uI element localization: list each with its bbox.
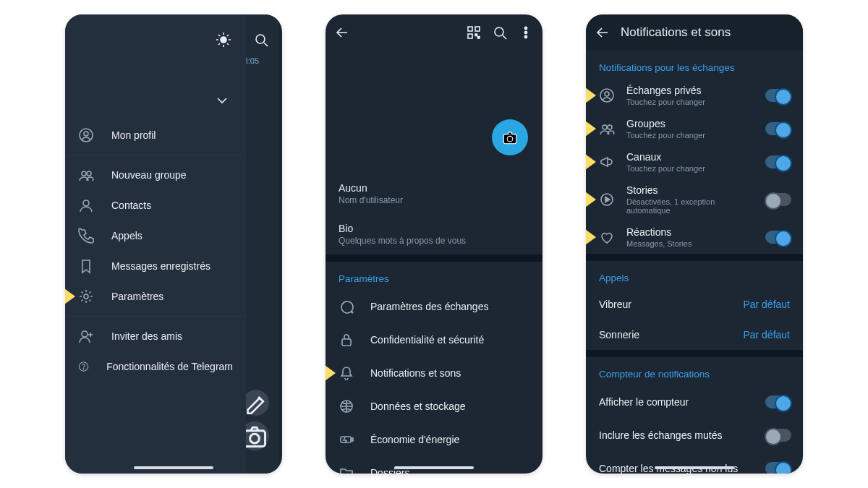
setting-privacy[interactable]: Confidentialité et sécurité	[326, 323, 542, 356]
counter-include-muted[interactable]: Inclure les échanges mutés	[586, 419, 803, 452]
bell-icon	[339, 365, 354, 381]
folder-icon	[339, 465, 354, 474]
calls-ringtone[interactable]: SonneriePar défaut	[586, 320, 803, 350]
back-icon[interactable]	[334, 25, 350, 40]
callout-arrow-icon	[586, 84, 597, 107]
battery-icon	[339, 432, 354, 448]
user-circle-icon	[78, 127, 94, 143]
section-chat-notifications: Notifications pour les échanges	[586, 51, 803, 79]
lock-icon	[339, 332, 354, 348]
group-icon	[599, 121, 615, 137]
heart-icon	[599, 229, 615, 245]
search-icon[interactable]	[492, 25, 508, 40]
toggle[interactable]	[765, 231, 791, 244]
callout-arrow-icon	[326, 361, 337, 385]
notif-reactions[interactable]: RéactionsMessages, Stories	[586, 221, 803, 254]
chat-icon	[339, 299, 354, 314]
toggle[interactable]	[765, 429, 791, 442]
add-user-icon	[78, 328, 94, 344]
callout-arrow-icon	[586, 188, 597, 211]
setting-battery[interactable]: Économie d'énergie	[326, 423, 542, 456]
phone-settings: Aucun Nom d'utilisateur Bio Quelques mot…	[326, 14, 542, 474]
callout-arrow-icon	[586, 117, 597, 140]
gear-icon	[78, 288, 94, 304]
data-icon	[339, 398, 354, 414]
bio-row[interactable]: Bio Quelques mots à propos de vous	[326, 214, 542, 254]
group-icon	[78, 167, 94, 183]
section-settings-title: Paramètres	[326, 262, 542, 290]
chevron-down-icon[interactable]	[214, 93, 230, 108]
nav-bar-indicator	[134, 466, 213, 469]
page-title: Notifications et sons	[621, 25, 731, 40]
callout-arrow-icon	[586, 150, 597, 174]
help-icon	[78, 359, 89, 374]
nav-bar-indicator	[655, 466, 734, 469]
section-calls: Appels	[586, 261, 803, 289]
phone-drawer: ✓08:05 Mon profil Nouveau groupe	[65, 14, 282, 474]
menu-invite-friends[interactable]: Inviter des amis	[65, 321, 246, 351]
callout-arrow-icon	[65, 285, 77, 308]
notif-private-chats[interactable]: Échanges privésTouchez pour changer	[586, 79, 803, 112]
setting-notifications[interactable]: Notifications et sons	[326, 356, 542, 390]
toggle[interactable]	[765, 462, 791, 474]
theme-toggle-icon[interactable]	[216, 32, 231, 48]
calls-vibrate[interactable]: VibreurPar défaut	[586, 289, 803, 320]
menu-new-group[interactable]: Nouveau groupe	[65, 160, 246, 190]
compose-button[interactable]	[243, 390, 269, 416]
counter-unread[interactable]: Compter les messages non lus	[586, 452, 803, 474]
notif-groups[interactable]: GroupesTouchez pour changer	[586, 112, 803, 145]
callout-arrow-icon	[586, 226, 597, 249]
menu-saved-messages[interactable]: Messages enregistrés	[65, 251, 246, 281]
setting-folders[interactable]: Dossiers	[326, 456, 542, 474]
back-icon[interactable]	[595, 25, 610, 40]
toggle[interactable]	[765, 122, 791, 135]
setting-data-storage[interactable]: Données et stockage	[326, 390, 542, 423]
search-icon[interactable]	[253, 32, 269, 48]
toggle[interactable]	[765, 89, 791, 102]
megaphone-icon	[599, 154, 615, 170]
counter-show[interactable]: Afficher le compteur	[586, 385, 803, 419]
qr-icon[interactable]	[466, 25, 482, 40]
user-icon	[78, 197, 94, 213]
username-row[interactable]: Aucun Nom d'utilisateur	[326, 174, 542, 214]
menu-calls[interactable]: Appels	[65, 221, 246, 251]
notif-stories[interactable]: StoriesDésactivées, 1 exception automati…	[586, 179, 803, 221]
phone-notifications: Notifications et sons Notifications pour…	[586, 14, 803, 474]
set-photo-button[interactable]	[492, 119, 528, 155]
toggle[interactable]	[765, 395, 791, 408]
toggle[interactable]	[765, 193, 791, 206]
menu-telegram-features[interactable]: Fonctionnalités de Telegram	[65, 351, 246, 382]
setting-chats[interactable]: Paramètres des échanges	[326, 290, 542, 323]
bookmark-icon	[78, 258, 94, 274]
menu-my-profile[interactable]: Mon profil	[65, 120, 246, 150]
menu-contacts[interactable]: Contacts	[65, 190, 246, 221]
more-icon[interactable]	[518, 25, 534, 40]
notif-channels[interactable]: CanauxTouchez pour changer	[586, 145, 803, 179]
nav-bar-indicator	[394, 466, 474, 469]
toggle[interactable]	[765, 155, 791, 168]
play-circle-icon	[599, 192, 615, 207]
section-badge-counter: Compteur de notifications	[586, 357, 803, 385]
menu-settings[interactable]: Paramètres	[65, 281, 246, 312]
phone-icon	[78, 228, 94, 244]
user-circle-icon	[599, 87, 615, 103]
